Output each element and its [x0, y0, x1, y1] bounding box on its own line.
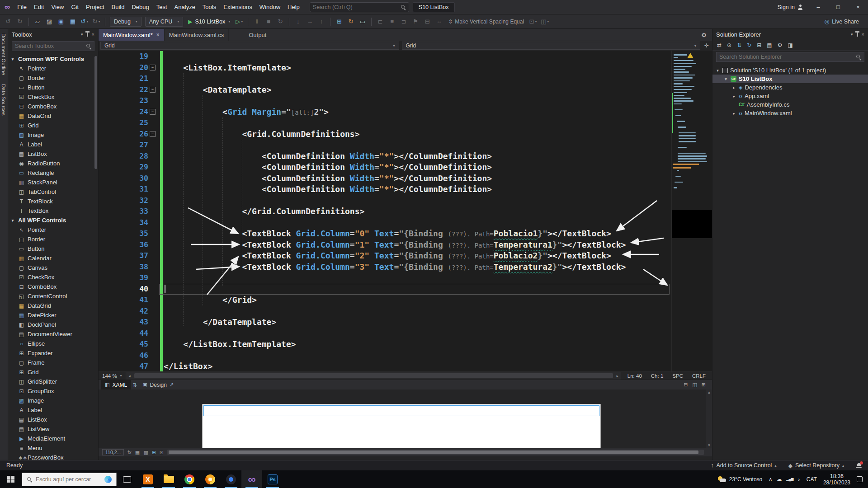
start-debugging-button[interactable]: ▶S10 ListBox▾ [185, 16, 233, 27]
chevron-down-icon[interactable]: ▾ [81, 32, 83, 37]
toolbox-item-calendar[interactable]: ▦Calendar [8, 253, 98, 263]
horizontal-split-icon[interactable]: ⊟ [684, 382, 688, 388]
solution-explorer-search-box[interactable] [716, 52, 864, 62]
tree-item-solution-s10-listbox-1-of-1-project[interactable]: ▾Solution 'S10 ListBox' (1 of 1 project) [712, 66, 868, 75]
solution-platforms-dropdown[interactable]: Any CPU▾ [145, 17, 183, 27]
pin-icon[interactable] [857, 33, 858, 37]
toolbox-item-datepicker[interactable]: ▦DatePicker [8, 310, 98, 320]
taskbar-app-chrome-canary[interactable] [200, 470, 221, 488]
line-number[interactable]: 41 [128, 296, 148, 304]
line-number[interactable]: 29 [128, 163, 148, 171]
break-all-button[interactable]: ‖ [251, 16, 262, 27]
toolbox-item-label[interactable]: ALabel [8, 140, 98, 149]
line-number[interactable]: 35 [128, 229, 148, 238]
line-number[interactable]: 24 [128, 108, 148, 116]
toolbox-item-textblock[interactable]: TTextBlock [8, 197, 98, 206]
toolbox-item-grid[interactable]: ⊞Grid [8, 367, 98, 377]
line-number[interactable]: 20 [128, 63, 148, 72]
line-number[interactable]: 36 [128, 240, 148, 249]
zoom-fit-icon[interactable]: ⊡ [160, 450, 164, 455]
toolbox-item-rectangle[interactable]: ▭Rectangle [8, 168, 98, 178]
breadcrumb-right-dropdown[interactable]: Grid ▾ [402, 42, 701, 50]
menu-item-window[interactable]: Window [256, 0, 284, 14]
toolbox-item-canvas[interactable]: ▢Canvas [8, 263, 98, 272]
tab-mainwindow-xaml-cs[interactable]: MainWindow.xaml.cs [165, 29, 229, 41]
tab-mainwindow-xaml[interactable]: MainWindow.xaml*× [99, 29, 165, 41]
live-share-button[interactable]: ◎Live Share [824, 18, 859, 25]
toolbox-item-checkbox[interactable]: ☑CheckBox [8, 92, 98, 102]
solution-explorer-search-input[interactable] [719, 54, 853, 60]
taskbar-app-browser-dev[interactable] [221, 470, 241, 488]
pending-changes-filter-icon[interactable]: ⊙ [727, 42, 731, 48]
menu-item-view[interactable]: View [47, 0, 67, 14]
code-line-45[interactable]: 45 </ListBox.ItemTemplate> [99, 339, 671, 350]
snapping-icon[interactable]: ⊞ [152, 450, 156, 455]
toolbox-search-box[interactable] [12, 41, 94, 51]
toolbox-item-checkbox[interactable]: ☑CheckBox [8, 272, 98, 282]
line-number[interactable]: 46 [128, 351, 148, 360]
vertical-split-icon[interactable]: ◫ [692, 382, 697, 388]
side-tab-document-outline[interactable]: Document Outline [0, 29, 7, 80]
toolbox-item-label[interactable]: ALabel [8, 405, 98, 415]
line-number[interactable]: 45 [128, 340, 148, 348]
close-icon[interactable]: × [862, 32, 864, 37]
start-without-debugging-button[interactable]: ▷▾ [234, 16, 245, 27]
quick-search-input[interactable] [313, 4, 398, 10]
fold-collapse-button[interactable]: − [150, 87, 156, 93]
taskbar-search-box[interactable] [22, 473, 117, 486]
solution-configurations-dropdown[interactable]: Debug▾ [110, 17, 142, 27]
toolbox-item-expander[interactable]: ⊞Expander [8, 348, 98, 358]
align-lefts-button[interactable]: ⊏ [375, 16, 386, 27]
menu-item-edit[interactable]: Edit [30, 0, 47, 14]
taskbar-app-visual-studio[interactable]: ∞ [241, 470, 262, 488]
fold-collapse-button[interactable]: − [150, 131, 156, 137]
design-window-preview[interactable] [202, 404, 601, 448]
code-line-31[interactable]: 31 <ColumnDefinition Width="*"></ColumnD… [99, 184, 671, 195]
toolbox-item-grid[interactable]: ⊞Grid [8, 121, 98, 130]
restart-button[interactable]: ↻ [275, 16, 286, 27]
find-in-files-button[interactable]: ▭ [357, 16, 368, 27]
menu-item-build[interactable]: Build [108, 0, 128, 14]
pin-icon[interactable] [87, 33, 88, 37]
toolbox-search-input[interactable] [15, 43, 83, 49]
tab-output[interactable]: Output [244, 29, 271, 41]
search-highlights-icon[interactable] [104, 476, 112, 483]
code-line-40[interactable]: 40 [99, 284, 671, 295]
start-button[interactable] [0, 470, 22, 488]
toolbox-item-button[interactable]: ▭Button [8, 83, 98, 92]
side-tab-data-sources[interactable]: Data Sources [0, 80, 7, 120]
step-over-button[interactable]: → [304, 16, 315, 27]
line-number[interactable]: 22 [128, 85, 148, 94]
make-same-size-button[interactable]: ⊟ [422, 16, 433, 27]
toolbox-item-stackpanel[interactable]: ▥StackPanel [8, 178, 98, 187]
code-line-35[interactable]: 35 <TextBlock Grid.Column="0" Text="{Bin… [99, 228, 671, 239]
toolbox-item-image[interactable]: ▨Image [8, 396, 98, 405]
code-line-20[interactable]: 20− <ListBox.ItemTemplate> [99, 62, 671, 74]
xaml-code-editor[interactable]: 1920− <ListBox.ItemTemplate>2122− <DataT… [99, 51, 671, 371]
switch-views-icon[interactable]: ⇄ [717, 42, 722, 48]
new-file-button[interactable]: ▱ [32, 16, 43, 27]
bookmark-button[interactable]: ⚑ [410, 16, 421, 27]
code-line-43[interactable]: 43 </DataTemplate> [99, 317, 671, 328]
fold-collapse-button[interactable]: − [150, 109, 156, 115]
save-button[interactable]: ▣ [56, 16, 66, 27]
design-listbox-selection[interactable] [203, 405, 599, 416]
align-rights-button[interactable]: ⊐ [398, 16, 409, 27]
refresh-icon[interactable]: ↻ [747, 42, 751, 48]
sync-with-active-document-icon[interactable]: ⇅ [737, 42, 741, 48]
line-number[interactable]: 28 [128, 152, 148, 160]
toolbox-item-border[interactable]: ▢Border [8, 73, 98, 83]
toolbox-item-tabcontrol[interactable]: ◫TabControl [8, 187, 98, 197]
toolbox-item-frame[interactable]: ▢Frame [8, 358, 98, 367]
line-number[interactable]: 47 [128, 362, 148, 371]
menu-item-test[interactable]: Test [153, 0, 171, 14]
taskbar-search-input[interactable] [36, 476, 101, 483]
toolbox-item-image[interactable]: ▨Image [8, 130, 98, 140]
network-icon[interactable]: ▂▄▆ [786, 477, 793, 481]
breadcrumb-left-dropdown[interactable]: Grid ▾ [100, 42, 399, 50]
close-icon[interactable]: × [92, 32, 94, 37]
live-visual-tree-button[interactable]: ⊞ [334, 16, 344, 27]
toolbox-item-pointer[interactable]: ↖Pointer [8, 64, 98, 73]
minimap-viewport[interactable] [672, 210, 712, 238]
chevron-expanded-icon[interactable]: ▾ [723, 77, 728, 81]
